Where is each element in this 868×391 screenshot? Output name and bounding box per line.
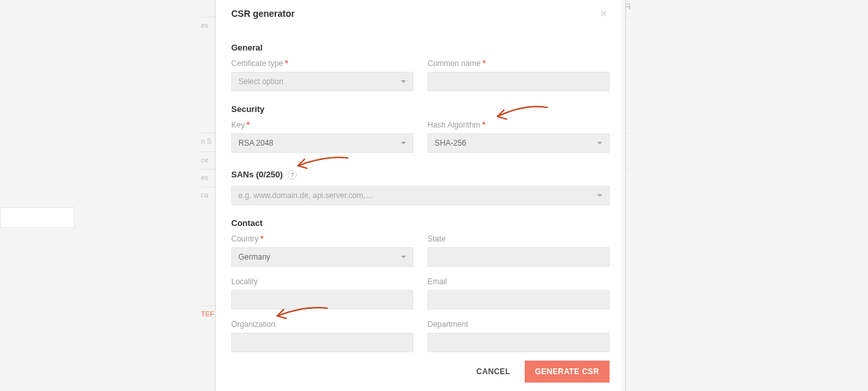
hash-value: SHA-256 [435, 139, 466, 148]
key-label: Key * [231, 120, 413, 129]
hash-select[interactable]: SHA-256 [428, 133, 610, 153]
section-contact-title: Contact [231, 218, 610, 228]
section-security-title: Security [231, 104, 610, 114]
key-select[interactable]: RSA 2048 [231, 133, 413, 153]
chevron-down-icon [401, 80, 406, 83]
state-input[interactable] [428, 247, 610, 267]
required-marker: * [483, 59, 486, 68]
modal-footer: CANCEL GENERATE CSR [216, 352, 625, 391]
help-icon[interactable]: ? [288, 170, 297, 179]
required-marker: * [285, 59, 288, 68]
sans-input[interactable]: e.g. www.domain.de, api.server.com,… [231, 186, 610, 205]
cert-type-label: Certificate type * [231, 59, 413, 68]
modal-body: CSR generator × General Certificate type… [216, 0, 625, 391]
common-name-input[interactable] [428, 72, 610, 91]
background-panel [0, 207, 74, 228]
chevron-down-icon [401, 142, 406, 144]
organization-label: Organization [231, 320, 413, 329]
country-label: Country * [231, 234, 413, 243]
section-general-title: General [231, 43, 610, 52]
organization-input[interactable] [231, 333, 413, 352]
generate-csr-button[interactable]: GENERATE CSR [525, 361, 610, 383]
key-value: RSA 2048 [238, 139, 273, 148]
country-select[interactable]: Germany [231, 247, 413, 267]
sans-label: SANs (0/250) ? [231, 170, 610, 179]
department-label: Department [428, 320, 610, 329]
sans-placeholder: e.g. www.domain.de, api.server.com,… [238, 191, 373, 200]
required-marker: * [247, 120, 250, 129]
required-marker: * [260, 234, 264, 243]
chevron-down-icon [597, 142, 602, 144]
chevron-down-icon [597, 194, 602, 197]
state-label: State [428, 234, 610, 243]
required-marker: * [482, 120, 485, 129]
modal-title: CSR generator [231, 8, 295, 19]
close-icon[interactable]: × [597, 6, 610, 21]
csr-generator-modal: CSR generator × General Certificate type… [215, 0, 626, 391]
cert-type-select[interactable]: Select option [231, 72, 413, 91]
chevron-down-icon [401, 256, 406, 258]
locality-label: Locality [231, 277, 413, 286]
email-input[interactable] [428, 290, 610, 309]
locality-input[interactable] [231, 290, 413, 309]
cancel-button[interactable]: CANCEL [476, 367, 510, 376]
hash-label: Hash Algorithm * [428, 120, 610, 129]
cert-type-value: Select option [238, 77, 283, 86]
email-label: Email [428, 277, 610, 286]
common-name-label: Common name * [428, 59, 610, 68]
scroll-shadow [620, 0, 625, 391]
department-input[interactable] [428, 333, 610, 352]
country-value: Germany [238, 252, 270, 262]
